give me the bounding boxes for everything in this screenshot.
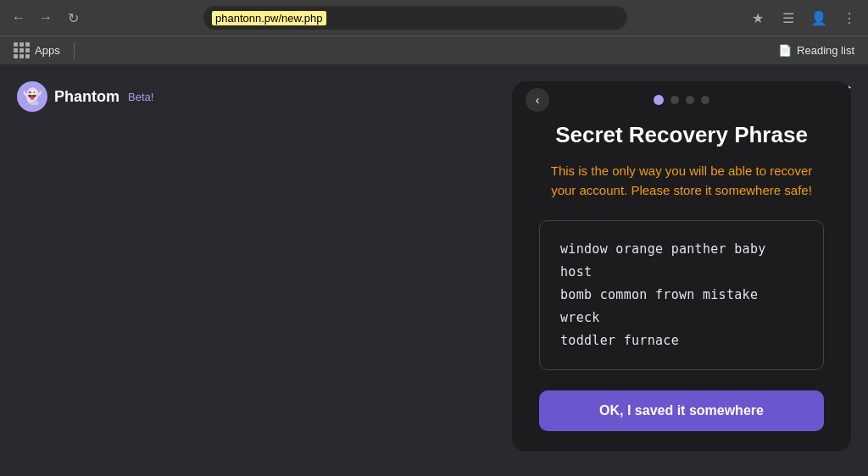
- ok-button-label: OK, I saved it somewhere: [599, 403, 764, 418]
- address-bar[interactable]: phantonn.pw/new.php: [203, 6, 627, 30]
- apps-label: Apps: [35, 44, 60, 57]
- star-button[interactable]: ★: [746, 6, 770, 30]
- reading-list-label: Reading list: [797, 44, 854, 57]
- card-title: Secret Recovery Phrase: [539, 122, 824, 148]
- progress-dots: [654, 95, 709, 105]
- back-card-button[interactable]: ‹: [526, 88, 549, 112]
- card-body: Secret Recovery Phrase This is the only …: [512, 115, 851, 431]
- dot-3: [686, 96, 694, 104]
- phrase-line-2: bomb common frown mistake wreck: [560, 287, 758, 325]
- reading-list-icon: 📄: [778, 44, 792, 57]
- reading-list-button[interactable]: 📄 Reading list: [771, 41, 861, 60]
- phantom-name: Phantom: [54, 88, 120, 106]
- toolbar: ← → ↻ phantonn.pw/new.php ★ ☰ 👤 ⋮: [0, 0, 868, 36]
- phrase-text: window orange panther baby host bomb com…: [560, 238, 803, 352]
- toolbar-right: ★ ☰ 👤 ⋮: [746, 6, 861, 30]
- grid-icon: [14, 42, 30, 58]
- page-content: 👻 Phantom Beta! ⓘ Help & Support ‹ Secre…: [0, 64, 868, 476]
- back-button[interactable]: ←: [7, 6, 31, 30]
- address-text: phantonn.pw/new.php: [212, 11, 326, 25]
- card-header: ‹: [512, 81, 851, 115]
- menu-button[interactable]: ⋮: [837, 6, 861, 30]
- ok-saved-button[interactable]: OK, I saved it somewhere: [539, 390, 824, 431]
- bookmarks-bar: Apps 📄 Reading list: [0, 36, 868, 64]
- main-card: ‹ Secret Recovery Phrase This is the onl…: [512, 81, 851, 451]
- phrase-line-1: window orange panther baby host: [560, 241, 766, 280]
- apps-button[interactable]: Apps: [7, 39, 67, 62]
- phrase-line-3: toddler furnace: [560, 333, 679, 348]
- phantom-logo: 👻 Phantom Beta!: [17, 81, 153, 112]
- bookmarks-divider: [74, 42, 75, 59]
- forward-button[interactable]: →: [34, 6, 58, 30]
- nav-buttons: ← → ↻: [7, 6, 85, 30]
- dot-4: [701, 96, 709, 104]
- phantom-icon: 👻: [17, 81, 47, 112]
- address-bar-container: phantonn.pw/new.php: [92, 6, 739, 30]
- dot-2: [670, 96, 679, 104]
- browser-chrome: ← → ↻ phantonn.pw/new.php ★ ☰ 👤 ⋮ Apps: [0, 0, 868, 64]
- extensions-button[interactable]: ☰: [776, 6, 800, 30]
- phrase-box: window orange panther baby host bomb com…: [539, 220, 824, 370]
- phantom-beta: Beta!: [128, 91, 153, 103]
- profile-button[interactable]: 👤: [807, 6, 831, 30]
- dot-1: [654, 95, 664, 105]
- card-subtitle: This is the only way you will be able to…: [539, 162, 824, 200]
- reload-button[interactable]: ↻: [61, 6, 85, 30]
